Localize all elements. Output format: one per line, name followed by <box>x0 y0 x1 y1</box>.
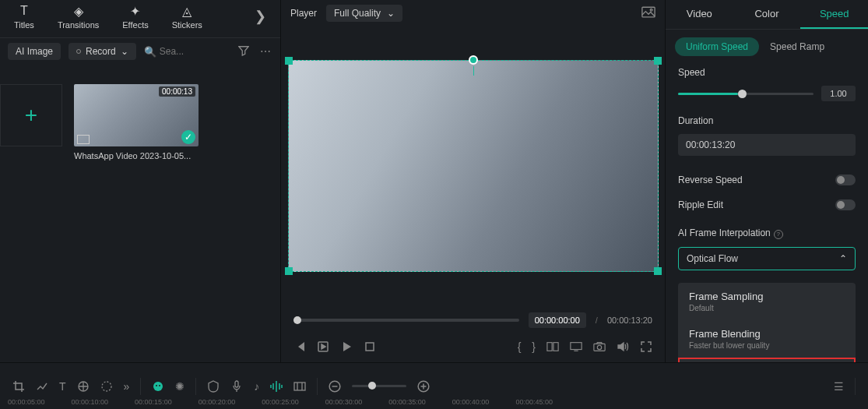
time-separator: / <box>596 316 598 325</box>
transitions-icon: ◈ <box>71 3 86 19</box>
quality-value: Full Quality <box>334 8 381 19</box>
titles-icon: T <box>16 3 32 19</box>
option-frame-sampling[interactable]: Frame Sampling Default <box>678 283 856 320</box>
track-options-button[interactable]: ☰ <box>834 380 844 393</box>
play-pause-button[interactable] <box>317 340 329 353</box>
subtab-speed-ramp[interactable]: Speed Ramp <box>770 41 824 52</box>
resize-handle[interactable] <box>285 267 293 275</box>
tabs-more-icon[interactable]: ❯ <box>255 8 266 25</box>
more-tools-icon[interactable]: » <box>124 380 130 393</box>
player-header: Player Full Quality ⌄ <box>281 0 665 26</box>
voiceover-button[interactable] <box>230 380 243 393</box>
svg-rect-15 <box>294 383 305 390</box>
svg-rect-3 <box>366 343 374 351</box>
search-icon: 🔍 <box>144 46 156 58</box>
tab-transitions-label: Transitions <box>58 20 99 30</box>
timeline-toolbar: T » ✺ ♪ ☰ 00:00:05:0000:00:10:0000:00:15… <box>0 362 868 409</box>
tab-color[interactable]: Color <box>733 0 801 29</box>
ripple-edit-label: Ripple Edit <box>678 199 723 210</box>
fullscreen-button[interactable] <box>640 340 652 353</box>
asset-tabs: T Titles ◈ Transitions ✦ Effects ◬ Stick… <box>0 0 280 37</box>
add-media-button[interactable]: + <box>0 84 62 146</box>
tab-stickers-label: Stickers <box>172 20 202 30</box>
speed-slider[interactable] <box>678 93 814 95</box>
preview-area <box>281 26 665 305</box>
volume-button[interactable] <box>617 340 629 353</box>
interpolation-value: Optical Flow <box>687 253 738 264</box>
current-time: 00:00:00:00 <box>529 312 586 328</box>
clip-name: WhatsApp Video 2023-10-05... <box>74 151 199 160</box>
camera-button[interactable] <box>593 340 606 353</box>
record-button[interactable]: Record ⌄ <box>69 43 136 60</box>
interpolation-select[interactable]: Optical Flow ⌃ <box>678 247 856 270</box>
svg-rect-0 <box>642 7 655 17</box>
reverse-speed-toggle[interactable] <box>835 175 856 185</box>
resize-handle[interactable] <box>285 57 293 65</box>
adjust-button[interactable]: ✺ <box>175 380 184 393</box>
tab-video[interactable]: Video <box>666 0 733 29</box>
audio-button[interactable]: ♪ <box>254 380 259 393</box>
rotate-handle[interactable] <box>469 55 478 65</box>
subtab-uniform-speed[interactable]: Uniform Speed <box>675 37 759 56</box>
tab-stickers[interactable]: ◬ Stickers <box>172 3 202 30</box>
speed-value[interactable]: 1.00 <box>821 86 856 101</box>
record-icon <box>76 49 81 54</box>
marker-button[interactable] <box>207 380 220 393</box>
scrubber-handle[interactable] <box>293 316 301 324</box>
more-menu-icon[interactable]: ⋯ <box>258 44 272 59</box>
tab-effects[interactable]: ✦ Effects <box>122 3 148 30</box>
duration-input[interactable]: 00:00:13:20 <box>678 134 856 156</box>
info-icon[interactable]: ? <box>774 230 783 239</box>
preview-frame[interactable] <box>288 60 659 272</box>
keyframe-button[interactable] <box>293 380 306 393</box>
quality-select[interactable]: Full Quality ⌄ <box>326 5 402 22</box>
speed-slider-knob[interactable] <box>738 90 747 98</box>
zoom-out-button[interactable] <box>329 380 341 393</box>
tab-titles[interactable]: T Titles <box>14 3 34 30</box>
prev-frame-button[interactable] <box>293 340 306 353</box>
ai-image-button[interactable]: AI Image <box>8 43 61 60</box>
media-grid: + 00:00:13 ✓ WhatsApp Video 2023-10-05..… <box>0 65 280 180</box>
resize-handle[interactable] <box>654 267 662 275</box>
speed-button[interactable] <box>36 380 48 393</box>
media-toolbar: AI Image Record ⌄ 🔍 ⋯ <box>0 37 280 65</box>
tab-speed[interactable]: Speed <box>800 0 868 29</box>
zoom-slider[interactable] <box>352 385 406 387</box>
stop-button[interactable] <box>364 340 376 353</box>
effects-icon: ✦ <box>128 3 143 19</box>
clip-used-icon: ✓ <box>181 130 195 144</box>
mark-out-button[interactable]: } <box>532 340 536 353</box>
auto-beat-button[interactable] <box>270 380 283 393</box>
svg-point-12 <box>156 385 157 386</box>
reverse-speed-label: Reverse Speed <box>678 175 743 185</box>
mask-button[interactable] <box>100 380 113 393</box>
player-panel: Player Full Quality ⌄ 00:00:00:00 <box>280 0 665 362</box>
tab-transitions[interactable]: ◈ Transitions <box>58 3 99 30</box>
compare-button[interactable] <box>546 340 559 353</box>
svg-rect-4 <box>547 343 552 351</box>
ripple-edit-toggle[interactable] <box>835 199 856 210</box>
play-button[interactable] <box>340 340 353 353</box>
ai-image-label: AI Image <box>16 46 53 57</box>
color-button[interactable] <box>77 380 90 393</box>
chevron-up-icon: ⌃ <box>839 253 847 264</box>
filter-icon[interactable] <box>237 44 251 60</box>
clip-type-icon <box>77 135 90 144</box>
text-button[interactable]: T <box>59 380 66 393</box>
clip-duration-badge: 00:00:13 <box>159 86 195 97</box>
duration-label: Duration <box>678 115 856 126</box>
zoom-knob[interactable] <box>368 382 376 390</box>
scrubber[interactable] <box>293 319 519 322</box>
svg-point-11 <box>153 382 163 391</box>
mark-in-button[interactable]: { <box>518 340 522 353</box>
crop-button[interactable] <box>12 380 25 393</box>
resize-handle[interactable] <box>654 57 662 65</box>
ai-button[interactable] <box>152 380 164 393</box>
media-clip[interactable]: 00:00:13 ✓ WhatsApp Video 2023-10-05... <box>74 84 199 160</box>
snapshot-icon[interactable] <box>641 6 655 20</box>
display-button[interactable] <box>570 340 582 353</box>
zoom-in-button[interactable] <box>417 380 430 393</box>
clip-thumbnail[interactable]: 00:00:13 ✓ <box>74 84 199 146</box>
search-input[interactable] <box>160 46 189 57</box>
option-frame-blending[interactable]: Frame Blending Faster but lower quality <box>678 320 856 358</box>
